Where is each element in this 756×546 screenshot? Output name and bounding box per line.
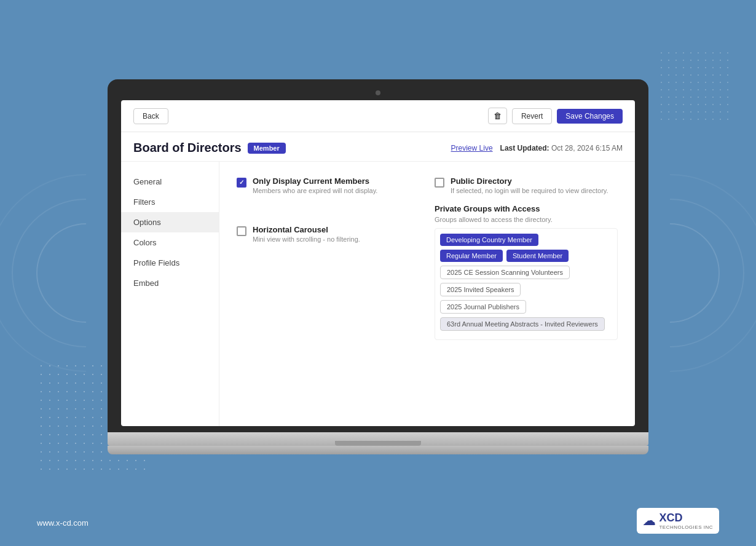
option-public-directory: Public Directory If selected, no login w… bbox=[435, 176, 618, 194]
sidebar-item-colors[interactable]: Colors bbox=[121, 232, 219, 253]
tag-journal-publishers[interactable]: 2025 Journal Publishers bbox=[440, 300, 526, 314]
carousel-checkbox[interactable] bbox=[237, 226, 246, 236]
save-button[interactable]: Save Changes bbox=[557, 109, 623, 124]
sidebar: General Filters Options Colors Profile F… bbox=[121, 162, 219, 426]
cloud-icon: ☁ bbox=[643, 513, 655, 528]
footer-website: www.x-cd.com bbox=[37, 518, 89, 528]
public-directory-checkbox[interactable] bbox=[435, 178, 444, 188]
laptop-base bbox=[108, 432, 648, 446]
last-updated-label: Last Updated: bbox=[500, 144, 549, 152]
main-content: General Filters Options Colors Profile F… bbox=[121, 162, 635, 426]
svg-point-3 bbox=[670, 224, 719, 322]
groups-row-5: 2025 Journal Publishers bbox=[440, 300, 612, 314]
tag-ce-session[interactable]: 2025 CE Session Scanning Volunteers bbox=[440, 266, 570, 279]
groups-row-3: 2025 CE Session Scanning Volunteers bbox=[440, 266, 612, 279]
page-header-left: Board of Directors Member bbox=[133, 141, 286, 155]
svg-point-0 bbox=[37, 224, 86, 322]
carousel-label: Horizontal Carousel bbox=[253, 225, 360, 234]
page-title: Board of Directors bbox=[133, 141, 242, 155]
public-directory-desc: If selected, no login will be required t… bbox=[451, 187, 608, 194]
svg-point-4 bbox=[670, 199, 744, 347]
trash-icon: 🗑 bbox=[494, 111, 502, 121]
back-button[interactable]: Back bbox=[133, 108, 168, 124]
brand-sub: TECHNOLOGIES INC bbox=[659, 524, 713, 530]
option-left: ✓ Only Display Current Members Members w… bbox=[237, 176, 420, 340]
top-bar-actions: 🗑 Revert Save Changes bbox=[488, 108, 623, 124]
laptop-screen: Back 🗑 Revert Save Changes Board of Dire… bbox=[121, 100, 635, 426]
brand-name: XCD bbox=[659, 512, 682, 524]
public-directory-label: Public Directory bbox=[451, 176, 608, 186]
top-bar: Back 🗑 Revert Save Changes bbox=[121, 100, 635, 132]
page-header-right: Preview Live Last Updated: Oct 28, 2024 … bbox=[451, 144, 623, 152]
current-members-label: Only Display Current Members bbox=[253, 176, 377, 186]
sidebar-item-general[interactable]: General bbox=[121, 172, 219, 192]
svg-point-5 bbox=[670, 175, 756, 371]
groups-scroll-container[interactable]: Developing Country Member Regular Member… bbox=[435, 228, 618, 340]
sidebar-item-profile-fields[interactable]: Profile Fields bbox=[121, 253, 219, 273]
carousel-desc: Mini view with scrolling - no filtering. bbox=[253, 235, 360, 243]
member-badge: Member bbox=[248, 143, 286, 154]
carousel-section: Horizontal Carousel Mini view with scrol… bbox=[237, 225, 420, 243]
option-right: Public Directory If selected, no login w… bbox=[435, 176, 618, 340]
sidebar-item-options[interactable]: Options bbox=[121, 212, 219, 232]
page-header: Board of Directors Member Preview Live L… bbox=[121, 132, 635, 162]
laptop-frame: Back 🗑 Revert Save Changes Board of Dire… bbox=[108, 79, 648, 454]
sidebar-item-filters[interactable]: Filters bbox=[121, 192, 219, 212]
content-area: ✓ Only Display Current Members Members w… bbox=[219, 162, 635, 426]
tag-regular-member[interactable]: Regular Member bbox=[440, 250, 503, 262]
public-directory-text: Public Directory If selected, no login w… bbox=[451, 176, 608, 194]
groups-row-6: 63rd Annual Meeting Abstracts - Invited … bbox=[440, 317, 612, 331]
last-updated-value: Oct 28, 2024 6:15 AM bbox=[551, 144, 623, 152]
private-groups-desc: Groups allowed to access the directory. bbox=[435, 216, 618, 223]
private-groups-section: Private Groups with Access Groups allowe… bbox=[435, 204, 618, 340]
laptop-stand bbox=[108, 446, 648, 454]
carousel-text: Horizontal Carousel Mini view with scrol… bbox=[253, 225, 360, 243]
current-members-desc: Members who are expired will not display… bbox=[253, 187, 377, 194]
tag-annual-meeting[interactable]: 63rd Annual Meeting Abstracts - Invited … bbox=[440, 317, 605, 331]
preview-live-link[interactable]: Preview Live bbox=[451, 144, 493, 152]
revert-button[interactable]: Revert bbox=[512, 108, 552, 124]
tag-student-member[interactable]: Student Member bbox=[506, 250, 569, 262]
app-container: Back 🗑 Revert Save Changes Board of Dire… bbox=[121, 100, 635, 426]
check-icon: ✓ bbox=[239, 180, 244, 186]
tag-invited-speakers[interactable]: 2025 Invited Speakers bbox=[440, 283, 521, 296]
option-carousel: Horizontal Carousel Mini view with scrol… bbox=[237, 225, 420, 243]
options-grid: ✓ Only Display Current Members Members w… bbox=[237, 176, 618, 340]
current-members-text: Only Display Current Members Members who… bbox=[253, 176, 377, 194]
private-groups-title: Private Groups with Access bbox=[435, 204, 618, 213]
option-current-members: ✓ Only Display Current Members Members w… bbox=[237, 176, 420, 194]
last-updated-text: Last Updated: Oct 28, 2024 6:15 AM bbox=[500, 144, 623, 152]
camera bbox=[376, 90, 380, 95]
screen-frame: Back 🗑 Revert Save Changes Board of Dire… bbox=[108, 79, 648, 432]
svg-point-1 bbox=[12, 199, 86, 347]
delete-button[interactable]: 🗑 bbox=[488, 108, 507, 124]
current-members-checkbox[interactable]: ✓ bbox=[237, 178, 246, 188]
svg-point-2 bbox=[0, 175, 86, 371]
groups-row-2: Regular Member Student Member bbox=[440, 250, 612, 262]
tag-developing-country[interactable]: Developing Country Member bbox=[440, 234, 538, 246]
sidebar-item-embed[interactable]: Embed bbox=[121, 273, 219, 293]
footer-brand: ☁ XCD TECHNOLOGIES INC bbox=[637, 508, 719, 534]
groups-row-1: Developing Country Member bbox=[440, 234, 612, 246]
groups-row-4: 2025 Invited Speakers bbox=[440, 283, 612, 296]
